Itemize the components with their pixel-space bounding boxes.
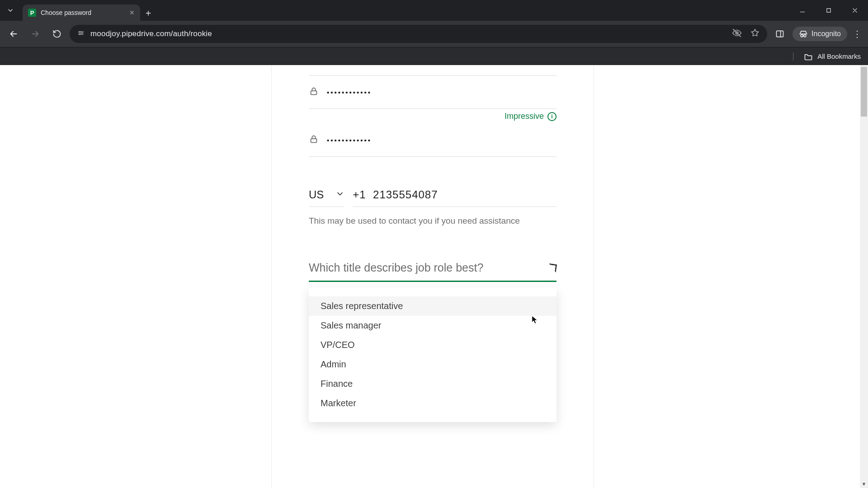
bookmarks-divider: │ bbox=[792, 52, 796, 60]
country-code-value: US bbox=[309, 188, 324, 201]
phone-block: US +1 2135554087 This may be used to con… bbox=[309, 188, 557, 226]
password-confirm-field-row bbox=[309, 124, 557, 157]
job-role-placeholder: Which title describes job role best? bbox=[309, 261, 483, 274]
scrollbar-thumb[interactable] bbox=[861, 67, 867, 117]
dropdown-option[interactable]: Admin bbox=[309, 355, 557, 374]
back-button[interactable] bbox=[5, 25, 23, 43]
chrome-menu-button[interactable]: ⋮ bbox=[851, 28, 863, 39]
toolbar: moodjoy.pipedrive.com/auth/rookie Incogn… bbox=[0, 21, 868, 47]
svg-point-3 bbox=[79, 34, 80, 35]
window-minimize-button[interactable] bbox=[789, 0, 816, 21]
titlebar: P Choose password ✕ ＋ bbox=[0, 0, 868, 21]
phone-number-value: 2135554087 bbox=[373, 188, 438, 201]
dropdown-option[interactable]: VP/CEO bbox=[309, 335, 557, 355]
phone-help-text: This may be used to contact you if you n… bbox=[309, 216, 557, 226]
info-icon[interactable]: i bbox=[547, 112, 557, 121]
password-strength: Impressive i bbox=[309, 112, 557, 121]
svg-rect-8 bbox=[311, 91, 317, 94]
folder-icon bbox=[804, 52, 813, 61]
site-settings-icon[interactable] bbox=[77, 29, 85, 39]
job-role-select[interactable]: Which title describes job role best? bbox=[309, 261, 557, 282]
vertical-scrollbar[interactable]: ▲ ▼ bbox=[860, 65, 868, 488]
phone-input[interactable]: +1 2135554087 bbox=[353, 188, 557, 207]
dial-prefix: +1 bbox=[353, 188, 366, 201]
dropdown-option[interactable]: Sales representative bbox=[309, 296, 557, 316]
side-panel-button[interactable] bbox=[771, 25, 789, 43]
loading-spinner-icon bbox=[548, 263, 557, 272]
svg-rect-0 bbox=[827, 9, 830, 12]
svg-point-2 bbox=[81, 33, 83, 34]
url-text: moodjoy.pipedrive.com/auth/rookie bbox=[90, 29, 212, 38]
bookmark-star-icon[interactable] bbox=[750, 28, 760, 40]
password-field-row bbox=[309, 76, 557, 109]
arrow-right-icon bbox=[30, 29, 40, 39]
lock-icon bbox=[309, 134, 319, 146]
incognito-icon bbox=[799, 29, 808, 38]
svg-rect-5 bbox=[777, 31, 783, 37]
incognito-indicator[interactable]: Incognito bbox=[793, 27, 847, 41]
tab-search-button[interactable] bbox=[0, 0, 21, 21]
eye-off-icon[interactable] bbox=[732, 28, 742, 40]
country-code-select[interactable]: US bbox=[309, 188, 344, 207]
job-role-dropdown: Sales representative Sales manager VP/CE… bbox=[309, 287, 557, 422]
window-maximize-button[interactable] bbox=[816, 0, 842, 21]
new-tab-button[interactable]: ＋ bbox=[140, 5, 156, 21]
reload-icon bbox=[52, 29, 61, 38]
all-bookmarks-label: All Bookmarks bbox=[817, 52, 861, 60]
password-confirm-input[interactable] bbox=[327, 136, 415, 144]
tab-close-button[interactable]: ✕ bbox=[129, 9, 135, 16]
all-bookmarks-button[interactable]: All Bookmarks bbox=[804, 52, 861, 61]
minimize-icon bbox=[799, 7, 806, 14]
maximize-icon bbox=[826, 7, 832, 14]
tab-title: Choose password bbox=[41, 9, 125, 16]
bookmarks-bar: │ All Bookmarks bbox=[0, 47, 868, 65]
signup-card: Impressive i US +1 2 bbox=[271, 65, 594, 488]
chevron-down-icon bbox=[335, 188, 344, 201]
panel-icon bbox=[775, 29, 784, 38]
field-divider bbox=[309, 69, 557, 76]
incognito-label: Incognito bbox=[811, 30, 841, 38]
dropdown-option[interactable]: Sales manager bbox=[309, 316, 557, 335]
arrow-left-icon bbox=[9, 29, 19, 39]
svg-rect-9 bbox=[311, 139, 317, 142]
address-bar[interactable]: moodjoy.pipedrive.com/auth/rookie bbox=[70, 25, 767, 43]
chevron-down-icon bbox=[7, 7, 14, 14]
page-viewport: Impressive i US +1 2 bbox=[0, 65, 868, 488]
lock-icon bbox=[309, 86, 319, 98]
forward-button[interactable] bbox=[26, 25, 44, 43]
close-icon bbox=[852, 7, 858, 14]
dropdown-option[interactable]: Marketer bbox=[309, 394, 557, 413]
window-controls bbox=[789, 0, 868, 21]
browser-tab[interactable]: P Choose password ✕ bbox=[23, 5, 140, 21]
dropdown-option[interactable]: Finance bbox=[309, 374, 557, 394]
password-strength-label: Impressive bbox=[505, 112, 544, 121]
favicon-icon: P bbox=[28, 9, 36, 17]
reload-button[interactable] bbox=[48, 25, 66, 43]
svg-point-1 bbox=[79, 31, 80, 33]
password-input[interactable] bbox=[327, 89, 415, 96]
window-close-button[interactable] bbox=[842, 0, 868, 21]
scroll-down-icon[interactable]: ▼ bbox=[860, 480, 868, 488]
job-role-field: Which title describes job role best? Sal… bbox=[309, 261, 557, 282]
